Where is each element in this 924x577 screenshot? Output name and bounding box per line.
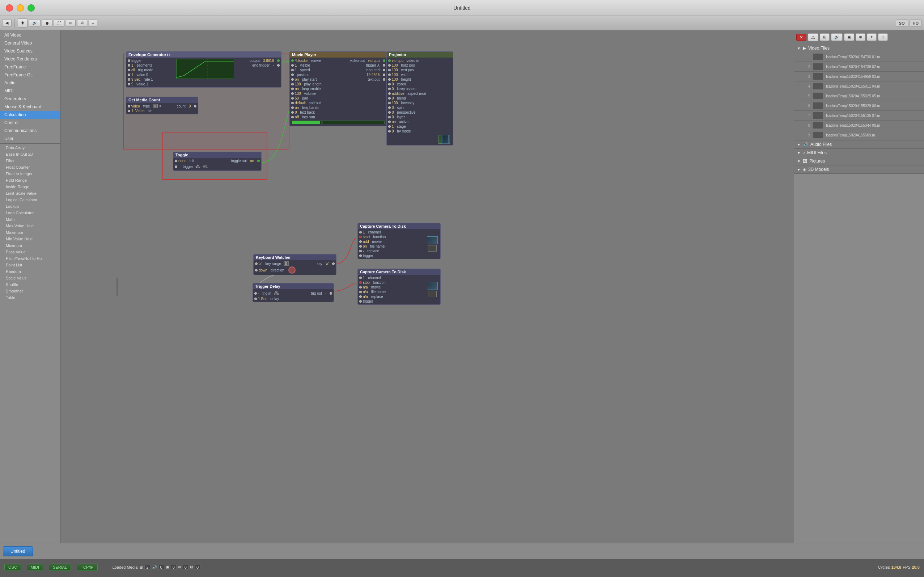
sidebar-subitem-shuffle[interactable]: Shuffle bbox=[0, 281, 60, 288]
sidebar-subitem-minimum[interactable]: Minimum bbox=[0, 242, 60, 249]
sidebar-subitem-math[interactable]: Math bbox=[0, 216, 60, 222]
node-toggle[interactable]: Toggle none init toggle out on - trigger… bbox=[173, 152, 262, 171]
sidebar-subitem-smoother[interactable]: Smoother bbox=[0, 288, 60, 294]
maximize-button[interactable] bbox=[27, 4, 35, 11]
sidebar-subitem-inside-range[interactable]: Inside Range bbox=[0, 184, 60, 190]
pictures-header[interactable]: ▼ 🖼 Pictures bbox=[794, 157, 924, 165]
sidebar-item-calculation[interactable]: Calculation bbox=[0, 111, 60, 119]
canvas-area[interactable]: Envelope Generator++ trigger 1 segments … bbox=[61, 31, 794, 543]
sidebar-subitem-pitch-yaw[interactable]: Pitch/Yaw/Roll to Ro bbox=[0, 255, 60, 262]
sidebar-item-general-video[interactable]: General Video bbox=[0, 39, 60, 47]
sidebar-item-freeframe-gl[interactable]: FreeFrame GL bbox=[0, 71, 60, 79]
right-tool-btn3[interactable]: ⊞ bbox=[820, 33, 829, 41]
sidebar-item-audio[interactable]: Audio bbox=[0, 79, 60, 87]
sidebar-subitem-table[interactable]: Table bbox=[0, 294, 60, 301]
node-movie-player[interactable]: Movie Player 4:Isador movievideo out vid… bbox=[289, 52, 387, 126]
sidebar-subitem-point-list[interactable]: Point List bbox=[0, 262, 60, 268]
sidebar-subitem-scale-value[interactable]: Scale Value bbox=[0, 275, 60, 281]
sidebar-subitem-ease[interactable]: Ease In-Out 2D bbox=[0, 151, 60, 158]
3d-models-header[interactable]: ▼ ◈ 3D Models bbox=[794, 165, 924, 173]
sidebar-subitem-float-to-int[interactable]: Float to Integer bbox=[0, 171, 60, 177]
sidebar-subitem-hold-range[interactable]: Hold Range bbox=[0, 177, 60, 184]
file-item-3[interactable]: 3 IsadoraTemp150204154956 03.m bbox=[794, 72, 924, 81]
fullscreen-button[interactable]: ⛶ bbox=[54, 19, 64, 27]
sidebar-subitem-maximum[interactable]: Maximum bbox=[0, 229, 60, 236]
node-capture-camera-1[interactable]: Capture Camera To Disk 1 channel start f… bbox=[357, 223, 441, 259]
node-projector[interactable]: Projector vid-cpu video in 100 horz pos … bbox=[386, 52, 453, 145]
volume-button[interactable]: 🔊 bbox=[29, 19, 40, 27]
close-button[interactable] bbox=[6, 4, 13, 11]
right-tool-btn4[interactable]: 🔊 bbox=[831, 33, 843, 41]
sidebar-subitem-logical-calc[interactable]: Logical Calculator... bbox=[0, 197, 60, 203]
node-capture-camera-2[interactable]: Capture Camera To Disk 1 channel stop fu… bbox=[357, 269, 441, 305]
right-tool-btn7[interactable]: ✦ bbox=[867, 33, 877, 41]
sidebar-subitem-float-counter[interactable]: Float Counter bbox=[0, 164, 60, 171]
sidebar-item-user[interactable]: User bbox=[0, 135, 60, 143]
sidebar-subitem-limit-scale[interactable]: Limit-Scale Value bbox=[0, 190, 60, 197]
sidebar-item-freeframe[interactable]: FreeFrame bbox=[0, 63, 60, 71]
right-tool-btn2[interactable]: ⚠ bbox=[808, 33, 818, 41]
file-item-6[interactable]: 6 IsadoraTemp150204155029 06.m bbox=[794, 101, 924, 111]
sidebar-subitem-filter[interactable]: Filter bbox=[0, 158, 60, 164]
sidebar-subitem-max-value-hold[interactable]: Max Value Hold bbox=[0, 222, 60, 229]
port-intensity-in bbox=[388, 102, 391, 104]
pictures-label: Pictures bbox=[809, 158, 825, 164]
resize-handle[interactable] bbox=[116, 31, 119, 543]
node-projector-title: Projector bbox=[387, 52, 453, 58]
file-item-5[interactable]: 5 IsadoraTemp150204155025 05.m bbox=[794, 91, 924, 101]
file-item-8[interactable]: 8 IsadoraTemp150204155344 08.m bbox=[794, 121, 924, 130]
back-button[interactable]: ◀ bbox=[2, 19, 11, 27]
plus-button[interactable]: ⊕ bbox=[66, 19, 76, 27]
file-item-4[interactable]: 4 IsadoraTemp150204155011 04.m bbox=[794, 81, 924, 91]
sidebar-subitem-lookup[interactable]: Lookup bbox=[0, 203, 60, 210]
sidebar-item-generators[interactable]: Generators bbox=[0, 95, 60, 103]
right-tool-btn8[interactable]: ⊕ bbox=[878, 33, 888, 41]
cycles-value: 184.8 bbox=[892, 565, 902, 569]
sidebar-subitem-random[interactable]: Random bbox=[0, 268, 60, 275]
stop-button[interactable]: ✕ bbox=[796, 34, 807, 41]
tcp-ip-button[interactable]: TCP/IP bbox=[77, 564, 97, 571]
node-get-media-count[interactable]: Get Media Count video type ⊞ # count 9 1… bbox=[126, 97, 198, 114]
sidebar-item-mouse-keyboard[interactable]: Mouse & Keyboard bbox=[0, 103, 60, 111]
port-kw-keyrange-in bbox=[255, 263, 257, 265]
window-controls[interactable] bbox=[6, 4, 35, 11]
port-mediabin-in bbox=[128, 110, 130, 112]
audio-files-header[interactable]: ▼ 🔊 Audio Files bbox=[794, 140, 924, 148]
right-tool-btn6[interactable]: ⊕ bbox=[856, 33, 865, 41]
midi-status-button[interactable]: MIDI bbox=[27, 564, 43, 571]
sidebar-item-video-renderers[interactable]: Video Renderers bbox=[0, 55, 60, 63]
add-button2[interactable]: + bbox=[88, 19, 97, 27]
sidebar-subitem-pass-value[interactable]: Pass Value bbox=[0, 249, 60, 255]
file-item-2[interactable]: 2 IsadoraTemp150204154739 02.m bbox=[794, 62, 924, 72]
sq-button[interactable]: SQ bbox=[896, 19, 908, 27]
sidebar-item-all-video[interactable]: All Video bbox=[0, 31, 60, 39]
sidebar-sub-section: Data Array Ease In-Out 2D Filter Float C… bbox=[0, 144, 60, 301]
sidebar-item-communications[interactable]: Communications bbox=[0, 127, 60, 135]
midi-files-header[interactable]: ▼ ♪ MIDI Files bbox=[794, 149, 924, 157]
file-item-1[interactable]: 1 IsadoraTemp150204154736 01.m bbox=[794, 52, 924, 62]
serial-button[interactable]: SERIAL bbox=[49, 564, 71, 571]
port-hvmode-in bbox=[388, 130, 391, 132]
sidebar-item-video-sources[interactable]: Video Sources bbox=[0, 47, 60, 55]
cycles-label: Cycles bbox=[878, 565, 890, 569]
node-trigger-delay[interactable]: Trigger Delay - trig in ⁂ trig out - 1 S… bbox=[252, 283, 334, 302]
sidebar-subitem-data-array[interactable]: Data Array bbox=[0, 144, 60, 151]
scene-tab-untitled[interactable]: Untitled bbox=[3, 546, 33, 556]
minimize-button[interactable] bbox=[17, 4, 24, 11]
record-button[interactable]: ⏺ bbox=[42, 19, 53, 27]
sidebar-item-control[interactable]: Control bbox=[0, 119, 60, 127]
sidebar-subitem-min-value-hold[interactable]: Min Value Hold bbox=[0, 236, 60, 242]
node-envelope-generator[interactable]: Envelope Generator++ trigger 1 segments … bbox=[126, 52, 281, 88]
video-files-header[interactable]: ▼ ▶ Video Files bbox=[794, 44, 924, 52]
sidebar-item-midi[interactable]: MIDI bbox=[0, 87, 60, 95]
settings-button[interactable]: ⚙ bbox=[77, 19, 87, 27]
hq-button[interactable]: HQ bbox=[910, 19, 922, 27]
node-keyboard-watcher[interactable]: Keyboard Watcher 'a' key range ⊟ key 'a'… bbox=[253, 254, 336, 275]
file-item-9[interactable]: 9 IsadoraTemp150204155509.m bbox=[794, 130, 924, 140]
file-item-7[interactable]: 7 IsadoraTemp150204155135 07.m bbox=[794, 111, 924, 121]
right-tool-btn5[interactable]: ▣ bbox=[844, 33, 854, 41]
sidebar-subitem-loop-calc[interactable]: Loop Calculator bbox=[0, 210, 60, 216]
add-scene-button[interactable]: ✦ bbox=[18, 18, 27, 27]
sidebar: All Video General Video Video Sources Vi… bbox=[0, 31, 61, 543]
osc-button[interactable]: OSC bbox=[4, 564, 21, 571]
